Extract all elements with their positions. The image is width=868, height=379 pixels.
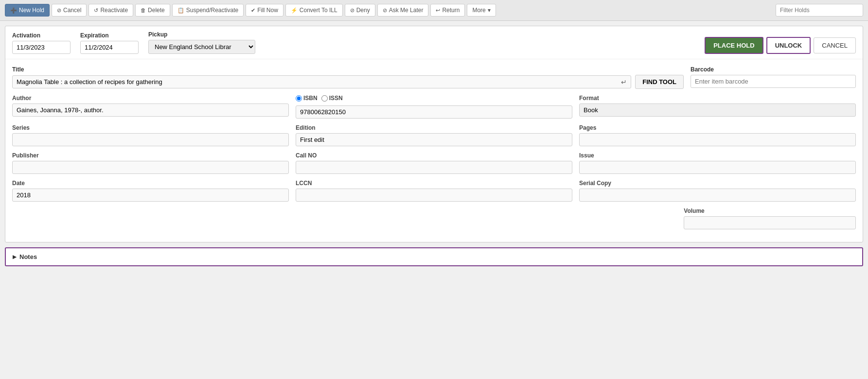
volume-spacer-1 [12,207,417,229]
isbn-input[interactable] [296,105,572,119]
format-group: Format [579,95,856,119]
format-label: Format [579,95,856,102]
ask-me-later-button[interactable]: ⊘ Ask Me Later [377,4,429,17]
filter-holds-input[interactable] [776,4,863,17]
author-isbn-row: Author ISBN ISSN Format [12,95,856,119]
pages-group: Pages [579,124,856,146]
serial-copy-label: Serial Copy [579,180,856,187]
title-input-wrap: ↵ [12,75,631,88]
title-row: Title ↵ FIND TOOL Barcode [12,66,856,89]
issue-label: Issue [579,152,856,159]
call-no-input[interactable] [296,161,572,174]
issn-radio-label[interactable]: ISSN [321,95,343,102]
format-input [579,103,856,117]
title-input[interactable] [13,76,617,88]
deny-button[interactable]: ⊘ Deny [345,4,375,17]
unlock-button[interactable]: UNLOCK [766,37,811,54]
volume-row: Volume [12,207,856,229]
issue-input[interactable] [579,161,856,174]
activation-input[interactable] [12,41,71,54]
expiration-input[interactable] [80,41,139,54]
cancel-icon: ⊘ [57,7,61,14]
activation-group: Activation [12,32,71,54]
suspend-icon: 📋 [177,7,184,14]
isbn-radio-label[interactable]: ISBN [296,95,318,102]
author-label: Author [12,95,289,102]
barcode-group: Barcode [691,66,856,88]
delete-button[interactable]: 🗑 Delete [135,4,170,17]
new-hold-button[interactable]: ➕ New Hold [5,4,50,17]
convert-to-ill-button[interactable]: ⚡ Convert To ILL [285,4,343,17]
delete-icon: 🗑 [141,7,146,13]
lccn-input[interactable] [296,189,572,202]
series-edition-row: Series Edition Pages [12,124,856,146]
cancel-top-button[interactable]: CANCEL [814,37,856,53]
pages-input[interactable] [579,133,856,146]
volume-spacer-2 [424,207,677,229]
publisher-group: Publisher [12,152,289,174]
cancel-button[interactable]: ⊘ Cancel [52,4,87,17]
isbn-issn-radio-row: ISBN ISSN [296,95,572,103]
notes-area: ▶ Notes [5,247,863,266]
series-label: Series [12,124,289,131]
volume-group: Volume [684,207,856,229]
title-group: Title ↵ FIND TOOL [12,66,684,89]
issn-radio[interactable] [321,95,328,102]
series-input[interactable] [12,133,289,146]
action-buttons: PLACE HOLD UNLOCK CANCEL [705,37,856,54]
pickup-group: Pickup New England School Librar [148,31,255,54]
return-icon: ↩ [436,7,440,14]
hold-form: Activation Expiration Pickup New England… [5,26,863,242]
deny-icon: ⊘ [350,7,354,14]
notes-arrow-icon: ▶ [13,254,17,259]
isbn-group: ISBN ISSN [296,95,572,119]
author-input[interactable] [12,103,289,117]
date-label: Date [12,180,289,187]
more-chevron-icon: ▾ [488,7,491,14]
ask-me-later-icon: ⊘ [383,7,387,14]
lccn-label: LCCN [296,180,572,187]
date-row: Activation Expiration Pickup New England… [5,26,863,59]
reactivate-button[interactable]: ↺ Reactivate [89,4,133,17]
return-button[interactable]: ↩ Return [430,4,465,17]
date-lccn-row: Date LCCN Serial Copy [12,180,856,202]
serial-copy-group: Serial Copy [579,180,856,202]
title-label: Title [12,66,684,73]
edition-group: Edition [296,124,572,146]
enter-icon[interactable]: ↵ [617,76,631,88]
reactivate-icon: ↺ [94,7,98,14]
pickup-label: Pickup [148,31,255,38]
call-no-group: Call NO [296,152,572,174]
convert-icon: ⚡ [291,7,298,14]
suspend-reactivate-button[interactable]: 📋 Suspend/Reactivate [172,4,244,17]
title-input-area: ↵ FIND TOOL [12,75,684,89]
barcode-label: Barcode [691,66,856,73]
pickup-select[interactable]: New England School Librar [148,40,255,54]
call-no-label: Call NO [296,152,572,159]
edition-input[interactable] [296,133,572,146]
date-input[interactable] [12,189,289,202]
publisher-input[interactable] [12,161,289,174]
activation-label: Activation [12,32,71,39]
publisher-callno-row: Publisher Call NO Issue [12,152,856,174]
notes-toggle[interactable]: ▶ Notes [13,253,855,260]
barcode-input[interactable] [691,75,856,88]
find-tool-button[interactable]: FIND TOOL [635,75,684,89]
date-group: Date [12,180,289,202]
notes-label: Notes [19,253,37,260]
more-button[interactable]: More ▾ [467,4,496,17]
issue-group: Issue [579,152,856,174]
serial-copy-input[interactable] [579,189,856,202]
volume-input[interactable] [684,216,856,229]
form-inner: Title ↵ FIND TOOL Barcode Author [5,59,863,242]
lccn-group: LCCN [296,180,572,202]
fill-now-icon: ✔ [251,7,255,14]
isbn-radio[interactable] [296,95,302,102]
toolbar: ➕ New Hold ⊘ Cancel ↺ Reactivate 🗑 Delet… [0,0,868,21]
author-group: Author [12,95,289,119]
publisher-label: Publisher [12,152,289,159]
place-hold-button[interactable]: PLACE HOLD [705,37,763,54]
fill-now-button[interactable]: ✔ Fill Now [246,4,283,17]
edition-label: Edition [296,124,572,131]
expiration-label: Expiration [80,32,139,39]
